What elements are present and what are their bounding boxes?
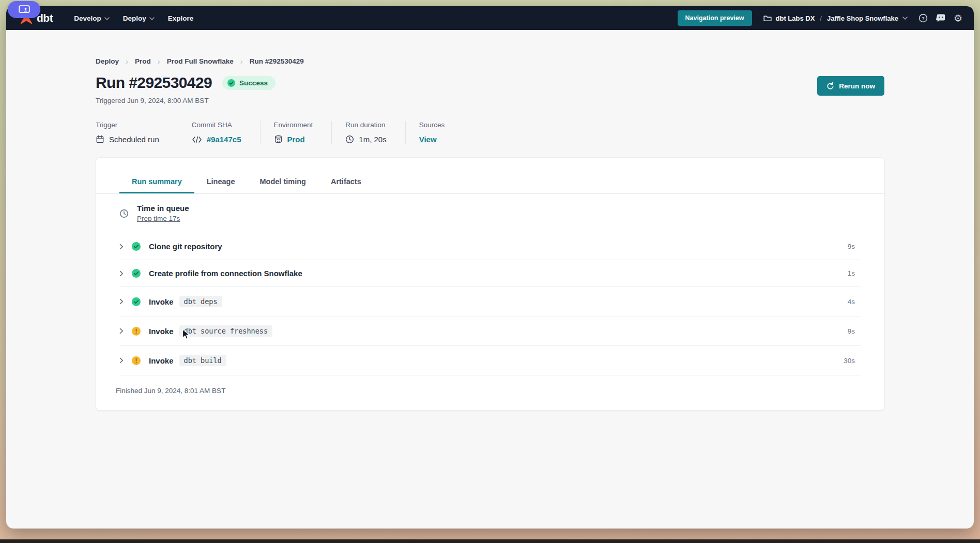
- run-meta-row: Trigger Scheduled run Commit SHA: [96, 121, 885, 144]
- meta-sources: Sources View: [419, 121, 464, 144]
- step-label: Clone git repository: [149, 242, 222, 251]
- time-in-queue-title: Time in queue: [137, 204, 189, 213]
- chevron-right-icon: [119, 298, 132, 305]
- nav-deploy[interactable]: Deploy: [116, 10, 161, 26]
- breadcrumb-separator: ›: [240, 57, 243, 66]
- step-duration: 1s: [848, 269, 861, 277]
- rerun-now-button[interactable]: Rerun now: [817, 76, 884, 96]
- meta-environment-label: Environment: [274, 121, 313, 129]
- screen-bottom-edge: [0, 539, 980, 543]
- tab-artifacts[interactable]: Artifacts: [318, 173, 374, 193]
- chevron-right-icon: [119, 244, 132, 250]
- tab-lineage[interactable]: Lineage: [194, 173, 248, 193]
- step-label: Invoke: [149, 356, 174, 365]
- status-badge-label: Success: [239, 79, 268, 87]
- environment-link[interactable]: Prod: [287, 135, 305, 144]
- folder-icon: [763, 15, 772, 22]
- help-icon[interactable]: ?: [918, 13, 928, 23]
- account-project-switcher[interactable]: dbt Labs DX / Jaffle Shop Snowflake: [763, 14, 908, 22]
- commit-sha-link[interactable]: #9a147c5: [207, 135, 241, 144]
- tab-run-summary[interactable]: Run summary: [119, 173, 194, 193]
- app-window: dbt Develop Deploy Explore Navigation pr…: [6, 6, 974, 529]
- step-duration: 9s: [848, 243, 861, 250]
- meta-sources-label: Sources: [419, 121, 445, 129]
- breadcrumb-current-run: Run #292530429: [250, 57, 304, 65]
- screen-share-extension-badge[interactable]: [8, 1, 40, 18]
- account-name: dbt Labs DX: [776, 14, 815, 22]
- sources-view-link[interactable]: View: [419, 135, 437, 144]
- account-separator: /: [819, 14, 823, 22]
- prep-time-link[interactable]: Prep time 17s: [137, 215, 180, 222]
- check-circle-icon: [227, 79, 235, 87]
- meta-duration-value: 1m, 20s: [359, 135, 386, 144]
- clock-icon: [345, 135, 354, 144]
- chat-icon[interactable]: [936, 14, 946, 23]
- step-command: dbt build: [179, 355, 226, 366]
- chevron-right-icon: [119, 328, 132, 334]
- time-in-queue-row: Time in queue Prep time 17s: [119, 194, 861, 233]
- step-row-dbt-source-freshness[interactable]: Invokedbt source freshness 9s: [119, 316, 861, 346]
- step-label: Create profile from connection Snowflake: [149, 269, 302, 278]
- meta-trigger: Trigger Scheduled run: [96, 121, 178, 144]
- step-duration: 30s: [844, 357, 861, 365]
- svg-text:?: ?: [922, 16, 925, 21]
- project-name: Jaffle Shop Snowflake: [827, 14, 898, 22]
- step-row-create-profile[interactable]: Create profile from connection Snowflake…: [119, 260, 861, 287]
- meta-commit-label: Commit SHA: [192, 121, 241, 129]
- screen-share-icon: [19, 5, 30, 14]
- meta-trigger-label: Trigger: [96, 121, 159, 129]
- run-summary-card: Run summary Lineage Model timing Artifac…: [96, 157, 885, 411]
- calendar-icon: [96, 135, 104, 144]
- breadcrumb-separator: ›: [126, 57, 128, 66]
- nav-deploy-label: Deploy: [123, 14, 146, 22]
- rerun-now-label: Rerun now: [839, 82, 875, 90]
- clock-icon: [119, 209, 129, 218]
- gear-icon[interactable]: ⚙: [954, 13, 962, 23]
- step-row-dbt-build[interactable]: Invokedbt build 30s: [119, 346, 861, 375]
- step-duration: 4s: [848, 298, 861, 306]
- run-detail-page: Deploy › Prod › Prod Full Snowflake › Ru…: [6, 30, 974, 411]
- meta-run-duration: Run duration 1m, 20s: [345, 121, 405, 144]
- warning-circle-icon: [132, 327, 141, 336]
- step-row-clone-git[interactable]: Clone git repository 9s: [119, 233, 861, 260]
- breadcrumb-separator: ›: [158, 57, 160, 66]
- breadcrumb-prod[interactable]: Prod: [135, 57, 151, 65]
- chevron-down-icon: [104, 17, 110, 20]
- step-command: dbt deps: [179, 296, 222, 307]
- nav-develop-label: Develop: [74, 14, 101, 22]
- step-duration: 9s: [848, 327, 861, 335]
- meta-environment: Environment Prod: [274, 121, 332, 144]
- step-label: Invoke: [149, 297, 174, 306]
- triggered-timestamp: Triggered Jun 9, 2024, 8:00 AM BST: [96, 97, 885, 104]
- nav-explore-label: Explore: [168, 14, 194, 22]
- chevron-down-icon: [902, 17, 908, 20]
- navigation-preview-button[interactable]: Navigation preview: [678, 10, 752, 26]
- meta-duration-label: Run duration: [345, 121, 386, 129]
- step-row-dbt-deps[interactable]: Invokedbt deps 4s: [119, 287, 861, 316]
- tab-model-timing[interactable]: Model timing: [248, 173, 318, 193]
- chevron-down-icon: [149, 17, 155, 20]
- refresh-icon: [826, 82, 834, 90]
- code-icon: [192, 136, 202, 143]
- chevron-right-icon: [119, 357, 132, 364]
- page-title: Run #292530429: [96, 74, 212, 92]
- breadcrumb: Deploy › Prod › Prod Full Snowflake › Ru…: [96, 57, 885, 66]
- top-navbar: dbt Develop Deploy Explore Navigation pr…: [6, 6, 974, 30]
- breadcrumb-deploy[interactable]: Deploy: [96, 57, 119, 65]
- environment-icon: [274, 135, 283, 144]
- check-circle-icon: [132, 242, 141, 251]
- check-circle-icon: [132, 269, 141, 278]
- nav-explore[interactable]: Explore: [161, 10, 201, 26]
- check-circle-icon: [132, 297, 141, 306]
- meta-commit-sha: Commit SHA #9a147c5: [192, 121, 261, 144]
- breadcrumb-job[interactable]: Prod Full Snowflake: [167, 57, 234, 65]
- chevron-right-icon: [119, 270, 132, 277]
- nav-develop[interactable]: Develop: [67, 10, 116, 26]
- warning-circle-icon: [132, 356, 141, 365]
- meta-trigger-value: Scheduled run: [109, 135, 159, 144]
- tab-bar: Run summary Lineage Model timing Artifac…: [96, 158, 884, 194]
- status-badge: Success: [222, 76, 275, 90]
- navbar-icon-group: ? ⚙: [918, 13, 962, 23]
- step-command: dbt source freshness: [179, 325, 273, 337]
- finished-timestamp: Finished Jun 9, 2024, 8:01 AM BST: [116, 387, 861, 395]
